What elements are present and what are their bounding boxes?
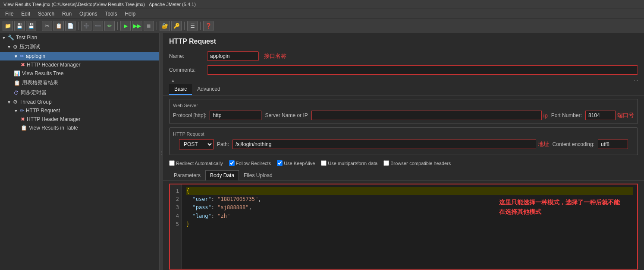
toolbar-run[interactable]: ▶ [120,21,131,31]
menu-file[interactable]: File [2,10,17,18]
toolbar-sep1 [39,22,39,30]
name-label: Name: [169,53,204,59]
tree-item-viewtree[interactable]: 📊 View Results Tree [0,69,159,78]
cb-multipart-label: Use multipart/form-data [328,161,377,166]
comments-input[interactable] [207,65,638,75]
toolbar-stop[interactable]: ⏹ [144,21,154,31]
drag-handle[interactable]: ⋮ [160,33,163,270]
body-tab-data[interactable]: Body Data [205,170,239,181]
tree-item-testplan[interactable]: ▼ 🔧 Test Plan [0,33,159,42]
cb-redirect-auto-label: Redirect Automatically [176,161,223,166]
cb-redirect-auto-input[interactable] [169,160,175,166]
code-line-1: { [186,187,633,195]
toolbar-save[interactable]: 💾 [14,21,25,31]
server-row: Protocol [http]: Server Name or IP ip Po… [173,111,634,120]
code-line-5: } [186,220,633,229]
collapse-row: ▲ ··· [163,77,644,84]
line-num-2: 2 [173,195,179,203]
toolbar-copy[interactable]: 📋 [53,21,64,31]
resultstable-label: View Results in Table [29,125,78,131]
tableview-label: 用表格察看结果 [22,79,58,86]
tableview-icon: 📋 [14,80,20,86]
toolbar-run-remote[interactable]: ▶▶ [132,21,142,31]
toolbar-sep6 [200,22,201,30]
synctimer-icon: ⏱ [14,90,19,96]
toolbar-save2[interactable]: 💾 [26,21,36,31]
body-tabs-row: Parameters Body Data Files Upload [163,170,644,181]
viewtree-label: View Results Tree [22,70,64,76]
cb-multipart: Use multipart/form-data [321,160,377,166]
cb-follow-redirects-input[interactable] [229,160,235,166]
thread-icon: ⚙ [13,99,18,105]
toolbar-help[interactable]: ❓ [203,21,214,31]
http-req-row: POST GET PUT DELETE Path: 地址 Content enc… [179,139,628,149]
tree-item-pressure[interactable]: ▼ ⚙ 压力测试 [0,42,159,52]
dots-menu[interactable]: ··· [634,78,638,83]
toolbar-key2[interactable]: 🔑 [171,21,182,31]
panel-title-text: HTTP Request [169,38,216,45]
menu-tools[interactable]: Tools [101,10,120,18]
annotation-overlay: 这里只能选择一种模式，选择了一种后就不能 在选择其他模式 [499,197,620,217]
menu-edit[interactable]: Edit [18,10,34,18]
body-tab-params[interactable]: Parameters [169,170,205,181]
encoding-label: Content encoding: [553,141,594,147]
cb-browser-compat: Browser-compatible headers [383,160,451,166]
cb-follow-redirects: Follow Redirects [229,160,271,166]
collapse-button[interactable]: ▲ [169,78,177,83]
menu-search[interactable]: Search [35,10,58,18]
main-tabs-row: Basic Advanced [163,84,644,95]
resultstable-icon: 📋 [21,125,27,131]
cb-keepalive-input[interactable] [277,160,283,166]
server-ip-input[interactable] [311,111,542,120]
protocol-input[interactable] [210,111,261,120]
toolbar-new[interactable]: 📁 [3,21,13,31]
toolbar-key1[interactable]: 🔐 [160,21,170,31]
path-input[interactable] [232,140,536,149]
tree-item-httpreq[interactable]: ▼ ✏ HTTP Request [0,106,159,115]
testplan-label: Test Plan [16,35,37,41]
port-input[interactable] [585,111,616,120]
tree-item-threadgroup[interactable]: ▼ ⚙ Thread Group [0,98,159,106]
main-layout: ▼ 🔧 Test Plan ▼ ⚙ 压力测试 ▼ ✏ applogin ✖ HT… [0,33,644,270]
pressure-label: 压力测试 [19,43,40,51]
menu-help[interactable]: Help [121,10,139,18]
line-num-1: 1 [173,187,179,195]
name-input[interactable] [207,51,259,61]
toolbar-list[interactable]: ☰ [187,21,198,31]
cb-multipart-input[interactable] [321,160,327,166]
method-select[interactable]: POST GET PUT DELETE [179,139,214,149]
cb-browser-compat-input[interactable] [383,160,389,166]
path-label: Path: [217,141,229,147]
pressure-icon: ⚙ [13,44,18,50]
toolbar-paste[interactable]: 📄 [65,21,75,31]
tree-item-header1[interactable]: ✖ HTTP Header Manager [0,60,159,69]
annotation-line2: 在选择其他模式 [499,208,541,215]
header2-icon: ✖ [21,116,25,122]
tree-item-resultstable[interactable]: 📋 View Results in Table [0,124,159,132]
tree-item-applogin[interactable]: ▼ ✏ applogin [0,52,159,60]
menu-run[interactable]: Run [59,10,75,18]
synctimer-label: 同步定时器 [21,89,47,96]
right-panel: HTTP Request Name: 接口名称 Comments: ▲ ··· … [163,33,644,270]
applogin-label: applogin [26,53,45,59]
tree-item-header2[interactable]: ✖ HTTP Header Manager [0,115,159,124]
encoding-input[interactable] [598,140,628,149]
toolbar-remove[interactable]: ➖ [93,21,103,31]
expand-icon-testplan: ▼ [2,35,6,40]
tree-item-synctimer[interactable]: ⏱ 同步定时器 [0,88,159,98]
tab-basic[interactable]: Basic [169,84,192,95]
name-annotation: 接口名称 [264,52,286,60]
header1-icon: ✖ [21,62,25,68]
body-tab-files[interactable]: Files Upload [239,170,277,181]
port-label: Port Number: [551,112,582,118]
line-num-4: 4 [173,212,179,220]
header2-label: HTTP Header Manager [27,116,81,122]
tree-item-tableview[interactable]: 📋 用表格察看结果 [0,78,159,88]
line-num-5: 5 [173,220,179,229]
title-bar: View Results Tree.jmx (C:\Users\sj\Deskt… [0,0,644,9]
tab-advanced[interactable]: Advanced [192,84,225,95]
toolbar-add[interactable]: ➕ [81,21,91,31]
toolbar-cut[interactable]: ✂ [42,21,52,31]
toolbar-edit[interactable]: ✏ [104,21,115,31]
menu-options[interactable]: Options [76,10,101,18]
